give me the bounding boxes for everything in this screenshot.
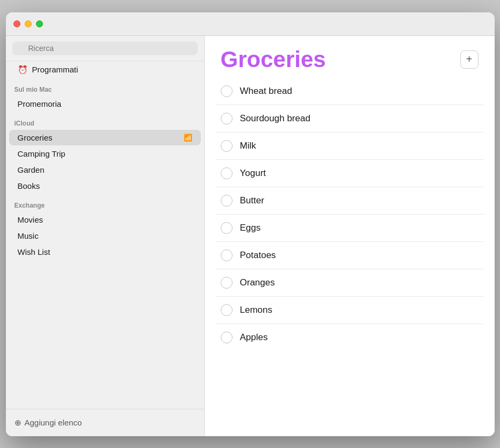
sidebar-footer: ⊕ Aggiungi elenco bbox=[6, 409, 204, 436]
sidebar-item-movies[interactable]: Movies bbox=[9, 212, 201, 227]
item-text-1: Sourdough bread bbox=[240, 113, 310, 124]
sidebar-camping-label: Camping Trip bbox=[18, 149, 192, 158]
item-text-3: Yogurt bbox=[240, 168, 266, 179]
list-item[interactable]: Milk bbox=[215, 133, 484, 160]
add-circle-icon: ⊕ bbox=[15, 418, 21, 428]
main-area: Groceries + Wheat bread Sourdough bread … bbox=[205, 36, 495, 436]
item-text-9: Apples bbox=[240, 332, 268, 343]
sidebar-item-wishlist[interactable]: Wish List bbox=[9, 244, 201, 260]
section-label-sul-mio-mac: Sul mio Mac bbox=[6, 78, 204, 96]
item-checkbox-9[interactable] bbox=[221, 332, 233, 343]
list-item[interactable]: Wheat bread bbox=[215, 78, 484, 105]
section-label-exchange: Exchange bbox=[6, 194, 204, 211]
wifi-badge-icon: 📶 bbox=[184, 134, 192, 142]
sidebar-item-music[interactable]: Music bbox=[9, 228, 201, 244]
page-title: Groceries bbox=[221, 47, 326, 72]
add-list-label: Aggiungi elenco bbox=[25, 418, 82, 427]
list-item[interactable]: Oranges bbox=[215, 269, 484, 297]
items-list: Wheat bread Sourdough bread Milk Yogurt bbox=[205, 78, 495, 436]
item-checkbox-2[interactable] bbox=[221, 140, 233, 152]
item-checkbox-4[interactable] bbox=[221, 195, 233, 207]
sidebar-programmati-label: Programmati bbox=[32, 65, 192, 74]
sidebar-books-label: Books bbox=[18, 181, 192, 190]
sidebar-item-camping[interactable]: Camping Trip bbox=[9, 146, 201, 161]
item-checkbox-0[interactable] bbox=[221, 85, 233, 97]
section-label-icloud: iCloud bbox=[6, 112, 204, 129]
list-item[interactable]: Potatoes bbox=[215, 242, 484, 269]
sidebar-body: ⏰ Programmati Sul mio Mac Promemoria iCl… bbox=[6, 61, 204, 409]
item-checkbox-5[interactable] bbox=[221, 222, 233, 234]
sidebar-wishlist-label: Wish List bbox=[18, 247, 192, 256]
item-text-8: Lemons bbox=[240, 305, 272, 315]
sidebar-garden-label: Garden bbox=[18, 165, 192, 174]
minimize-button[interactable] bbox=[25, 20, 32, 27]
item-checkbox-7[interactable] bbox=[221, 277, 233, 289]
list-item[interactable]: Sourdough bread bbox=[215, 105, 484, 133]
sidebar: 🔍 ⏰ Programmati Sul mio Mac Promemoria i… bbox=[6, 36, 205, 436]
sidebar-promemoria-label: Promemoria bbox=[18, 99, 192, 108]
maximize-button[interactable] bbox=[36, 20, 43, 27]
search-area: 🔍 bbox=[6, 36, 204, 61]
close-button[interactable] bbox=[13, 20, 20, 27]
sidebar-item-groceries[interactable]: Groceries 📶 bbox=[9, 130, 201, 145]
add-item-button[interactable]: + bbox=[460, 50, 479, 69]
sidebar-item-promemoria[interactable]: Promemoria bbox=[9, 96, 201, 112]
item-checkbox-6[interactable] bbox=[221, 249, 233, 261]
sidebar-item-programmati[interactable]: ⏰ Programmati bbox=[9, 62, 201, 78]
item-text-7: Oranges bbox=[240, 277, 275, 288]
item-text-5: Eggs bbox=[240, 223, 261, 233]
titlebar bbox=[6, 12, 495, 36]
item-checkbox-3[interactable] bbox=[221, 167, 233, 179]
list-item[interactable]: Apples bbox=[215, 324, 484, 351]
search-input[interactable] bbox=[12, 41, 198, 55]
main-content: 🔍 ⏰ Programmati Sul mio Mac Promemoria i… bbox=[6, 36, 495, 436]
item-text-0: Wheat bread bbox=[240, 86, 292, 97]
list-item[interactable]: Lemons bbox=[215, 297, 484, 324]
app-window: 🔍 ⏰ Programmati Sul mio Mac Promemoria i… bbox=[6, 12, 495, 436]
sidebar-movies-label: Movies bbox=[18, 215, 192, 224]
alarm-icon: ⏰ bbox=[18, 65, 28, 75]
list-item[interactable]: Butter bbox=[215, 187, 484, 215]
item-text-4: Butter bbox=[240, 195, 264, 206]
sidebar-item-books[interactable]: Books bbox=[9, 178, 201, 194]
sidebar-item-garden[interactable]: Garden bbox=[9, 162, 201, 178]
sidebar-music-label: Music bbox=[18, 231, 192, 240]
sidebar-groceries-label: Groceries bbox=[18, 133, 179, 142]
item-text-6: Potatoes bbox=[240, 250, 276, 261]
search-wrapper: 🔍 bbox=[12, 41, 198, 55]
item-checkbox-1[interactable] bbox=[221, 113, 233, 124]
traffic-lights bbox=[13, 20, 43, 27]
item-checkbox-8[interactable] bbox=[221, 304, 233, 316]
main-header: Groceries + bbox=[205, 36, 495, 78]
item-text-2: Milk bbox=[240, 141, 256, 151]
list-item[interactable]: Eggs bbox=[215, 215, 484, 242]
add-list-button[interactable]: ⊕ Aggiungi elenco bbox=[15, 416, 82, 430]
list-item[interactable]: Yogurt bbox=[215, 160, 484, 187]
